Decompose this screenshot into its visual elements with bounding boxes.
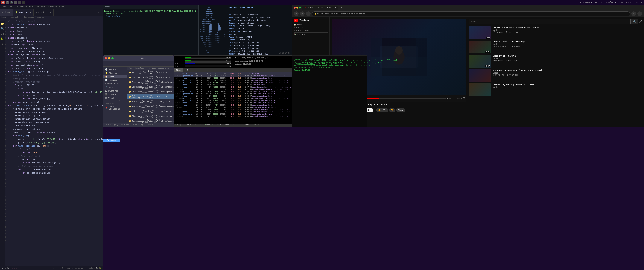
activity-debug-icon[interactable]: 🐛: [1, 37, 4, 41]
fm-item-music[interactable]: 🎵 Music: [103, 85, 127, 89]
fm-view-btn[interactable]: ≡: [169, 63, 170, 65]
htop-tree-btn[interactable]: F4Tree: [203, 123, 211, 126]
tab-makefile[interactable]: M Makefile ✕: [34, 9, 54, 16]
fm-item-pictures[interactable]: 🖼 Pictures: [103, 89, 127, 93]
search-input[interactable]: [468, 19, 630, 24]
fm-item-downloads[interactable]: ⬇ Downloads: [103, 82, 127, 85]
fm-close-btn[interactable]: [105, 57, 107, 59]
tab-main-py-close[interactable]: ✕: [30, 11, 31, 14]
fm-item-other[interactable]: 📍 Other Locations: [103, 105, 127, 111]
fm-row-desktop[interactable]: 📁DesktopFolderdrwxr-xr-x/home/jasone...: [128, 75, 174, 80]
taskbar-music-icon[interactable]: ♪: [22, 1, 26, 4]
bookmark-btn[interactable]: ☆: [632, 12, 636, 16]
youtube-tab[interactable]: ▶ Escape from the Office | ✕: [302, 6, 338, 10]
htop-row-19[interactable]: 1590154root20028M28M0S2.60.00:03:44/usr/…: [174, 115, 292, 117]
htop-row-15[interactable]: 1588041root2001175M43M96864S3.30.00:00:9…: [174, 106, 292, 108]
htop-row-13[interactable]: 1588828root20043M968640S3.30.00:01:32/us…: [174, 102, 292, 104]
fm-item-documents[interactable]: 📄 Documents: [103, 78, 127, 82]
htop-row-17[interactable]: 770root20043M968640S3.30.00:00:66/usr/bi…: [174, 111, 292, 113]
fm-item-home[interactable]: 🏠 Home: [103, 75, 127, 78]
browser-close-btn[interactable]: [294, 7, 296, 9]
htop-row-3[interactable]: 1613525jasonecker200739M3948827712S0.00.…: [174, 79, 292, 82]
htop-tab-main[interactable]: Main: [174, 68, 182, 72]
fm-item-videos[interactable]: 🎬 Videos: [103, 93, 127, 96]
fm-forward-btn[interactable]: →: [107, 63, 108, 65]
back-btn[interactable]: ←: [294, 12, 298, 16]
yt-recommend-4[interactable]: Start Up | A song made from 43 years of …: [468, 69, 642, 82]
htop-row-9[interactable]: 1613545jasonecker2001175M43M96864S3.90.3…: [174, 93, 292, 95]
htop-row-18[interactable]: 2778jasonecker1919680M3208817776S2.60.04…: [174, 113, 292, 115]
url-bar[interactable]: 🔒 https://www.youtube.com/watch?v=GCSmkn…: [312, 12, 630, 16]
like-button[interactable]: 👍 128K: [376, 108, 388, 112]
activity-git-icon[interactable]: ⎇: [1, 32, 4, 35]
htop-kill-btn[interactable]: F8Kill: [242, 123, 250, 126]
htop-row-2[interactable]: 1580088root200701M4339830864S23.80.00:24…: [174, 77, 292, 79]
fm-row-music[interactable]: 📁Music0 itemsFolderdrwxr-xr-x/home/jason…: [128, 99, 174, 104]
htop-row-12[interactable]: 1130jasonecker20011M123369152S3.30.00:49…: [174, 100, 292, 102]
activity-explorer-icon[interactable]: 📁: [1, 22, 4, 25]
htop-nice-btn[interactable]: F6Nice: [222, 123, 230, 126]
fm-grid-btn[interactable]: ⊞: [171, 62, 172, 65]
taskbar-workspace-3[interactable]: [14, 1, 17, 4]
htop-help-btn[interactable]: F1Help: [174, 123, 183, 126]
fm-item-trash[interactable]: 🗑 Trash: [103, 96, 127, 100]
activity-extensions-icon[interactable]: ⊞: [2, 42, 3, 46]
yt-recommend-3[interactable]: 5:47 Apple Event — March 8 Apple comment…: [468, 55, 642, 68]
search-button[interactable]: 🔍: [631, 19, 638, 24]
htop-row-7[interactable]: 633root200S4.04.60:12:38/usr/bin/dbus-da…: [174, 88, 292, 91]
htop-row-4[interactable]: 1613434jasonecker200737M3948827712S0.00.…: [174, 82, 292, 84]
fm-row-staging[interactable]: 📁Staging0 itemsFolderdrwxr-xr-x/home/jas…: [128, 114, 174, 119]
settings-btn[interactable]: ⚙: [461, 97, 462, 99]
fm-row-aws[interactable]: 📁AWS7 itemsFolderdrwxr-xr-x/home/jasone.…: [128, 70, 174, 75]
tab-welcome[interactable]: Welcome: [0, 9, 13, 16]
fm-row-public[interactable]: 📁Public0 itemsFolderdrwxr-xr-x/home/jaso…: [128, 109, 174, 114]
menu-view[interactable]: View: [29, 6, 34, 8]
fm-up-btn[interactable]: ↑: [109, 63, 111, 65]
yt-menu-subscriptions[interactable]: ▶ Subscriptions: [294, 30, 328, 32]
htop-tab-io[interactable]: I/O: [182, 68, 190, 72]
fm-maximize-btn[interactable]: [112, 57, 114, 59]
yt-menu-shorts[interactable]: ⚡ Shorts: [294, 27, 328, 29]
taskbar-workspace-1[interactable]: 2: [6, 1, 9, 4]
fullscreen-btn[interactable]: ⛶: [463, 97, 465, 99]
menu-selection[interactable]: Selection: [16, 6, 27, 8]
htop-row-11[interactable]: 1613543jasonecker200739M227125S3.30.00:0…: [174, 97, 292, 100]
yt-menu-library[interactable]: 📚 Library: [294, 33, 328, 36]
taskbar-workspace-2[interactable]: 🔊: [10, 1, 13, 4]
htop-row-14[interactable]: 1588834root2001175M43M96864S3.30.00:00:8…: [174, 104, 292, 106]
youtube-tab-close[interactable]: ✕: [335, 7, 336, 9]
fm-back-btn[interactable]: ←: [105, 63, 106, 65]
fm-minimize-btn[interactable]: [108, 57, 110, 59]
browser-minimize-btn[interactable]: [296, 7, 298, 9]
menu-go[interactable]: Go: [36, 6, 39, 8]
fm-item-starred[interactable]: ⭐ Starred: [103, 71, 127, 75]
dislike-button[interactable]: 👎: [389, 108, 396, 112]
htop-quit-btn[interactable]: F10Quit: [250, 123, 260, 126]
menu-file[interactable]: File: [2, 6, 6, 8]
code-content[interactable]: #!/usr/bin/env python3 from __future__ i…: [7, 19, 103, 266]
extensions-btn[interactable]: ⋮: [638, 12, 642, 16]
yt-recommend-2[interactable]: 3:01 Apple at Work — The Underdogs Apple…: [468, 41, 642, 53]
yt-recommend-5[interactable]: Celebrating Steve | October 5 | Apple Ap…: [468, 83, 642, 96]
htop-nice-minus-btn[interactable]: F7Nice -1: [230, 123, 242, 126]
htop-row-5[interactable]: 1root200166M147689328S0.00.01:25:76/usr/…: [174, 84, 292, 86]
terminal-content[interactable]: Linux asahimultra 6.1.0-asahi-2-2-edge-A…: [103, 9, 198, 19]
htop-row-16[interactable]: 755root20043M968640S3.30.00:00:66/usr/bi…: [174, 108, 292, 111]
htop-row-1[interactable]: 1613479jasonecker200737M3948827712S35.20…: [174, 75, 292, 77]
yt-recommend-1[interactable]: WFH The whole working-from-home thing — …: [468, 27, 642, 39]
htop-row-10[interactable]: 1588132root20043M968640S3.90.00:00:07/us…: [174, 95, 292, 97]
htop-sortby-btn[interactable]: F5SortBy: [211, 123, 222, 126]
menu-run[interactable]: Run: [41, 6, 45, 8]
fm-row-developer[interactable]: 📁Developer13 itemsFolderdrwxr-xr-x/home/…: [128, 80, 174, 85]
tab-main-py[interactable]: 🐍 main.py ✕: [13, 9, 34, 16]
menu-edit[interactable]: Edit: [8, 6, 14, 8]
taskbar-workspace-4[interactable]: [18, 1, 21, 4]
reload-btn[interactable]: ↻: [306, 12, 310, 16]
fm-row-downloads[interactable]: 📁Downloads1 itemFolderdrwxr-xr-x/home/ja…: [128, 89, 174, 94]
htop-row-8[interactable]: 478500jasonecker2002752M33M111MS4.60.31:…: [174, 91, 292, 93]
new-tab-btn[interactable]: +: [340, 7, 342, 9]
menu-help[interactable]: Help: [59, 6, 64, 8]
htop-row-6[interactable]: 26398root20043M4136820752S0.00.02:07:53/…: [174, 86, 292, 88]
fm-row-pictures[interactable]: 📁Pictures0 itemsFolderdrwxr-xr-x/home/ja…: [128, 104, 174, 109]
fm-row-documents[interactable]: 📁Documents4 itemsFolderdrwxr-xr-x/home/j…: [128, 85, 174, 89]
